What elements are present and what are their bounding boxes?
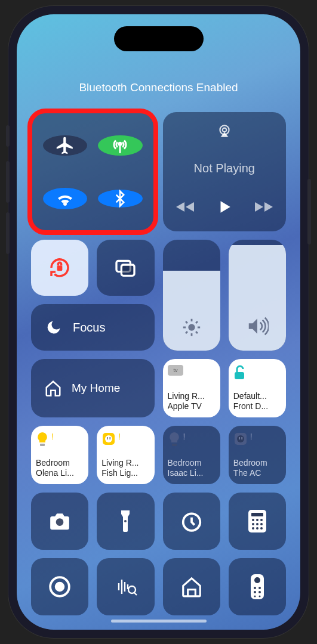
camera-button[interactable] [31,493,88,550]
brightness-slider[interactable] [163,240,220,351]
antenna-icon [110,135,130,156]
media-playback-group[interactable]: Not Playing [163,112,287,231]
outlet-off-icon [233,432,248,446]
svg-point-33 [260,527,263,530]
svg-point-26 [256,519,258,521]
calculator-icon [248,510,266,532]
rotation-lock-icon [47,255,72,280]
svg-rect-10 [40,444,45,446]
focus-label: Focus [73,321,105,335]
forward-icon[interactable] [254,200,274,214]
tile-sub: Apple TV [168,401,216,411]
camera-icon [48,510,71,532]
tile-label: Living R... [101,458,149,468]
airplay-icon[interactable] [217,123,232,138]
tile-label: Default... [233,391,281,401]
svg-point-38 [254,577,260,583]
home-app-button[interactable] [163,558,220,615]
timer-icon [180,510,203,532]
bulb-on-icon [36,432,49,447]
status-title: Bluetooth Connections Enabled [31,81,286,94]
svg-point-42 [258,591,261,593]
appletv-icon: tv [168,365,183,378]
svg-point-41 [254,591,256,593]
lock-open-icon [233,365,247,380]
airplane-icon [55,135,75,156]
remote-icon [251,574,264,599]
svg-point-20 [56,518,64,526]
focus-button[interactable]: Focus [31,304,155,351]
svg-point-36 [128,586,136,593]
screen-mirror-button[interactable] [97,240,154,296]
svg-point-29 [256,523,258,525]
tile-label: Living R... [168,391,216,401]
wifi-icon [54,188,76,209]
svg-point-40 [258,587,261,589]
rotation-lock-button[interactable] [31,240,88,296]
rewind-icon[interactable] [175,200,195,214]
wifi-button[interactable] [43,188,87,209]
tile-sub: Olena Li... [36,468,84,478]
airplane-mode-button[interactable] [43,135,87,156]
shazam-button[interactable] [97,558,154,615]
svg-point-35 [56,583,64,591]
tile-sub: Front D... [233,401,281,411]
home-tile-bedroom-the-ac[interactable]: ! Bedroom The AC [229,426,286,484]
bluetooth-button[interactable] [98,190,142,208]
brightness-icon [181,317,202,338]
screen-record-button[interactable] [31,558,88,615]
svg-rect-13 [107,437,108,439]
home-tile-living-room-fish-light[interactable]: ! Living R... Fish Lig... [97,426,154,484]
flashlight-button[interactable] [97,493,154,550]
media-title: Not Playing [194,162,255,175]
svg-rect-15 [172,444,177,446]
svg-point-32 [256,527,258,530]
svg-point-0 [119,143,121,145]
svg-point-25 [252,519,254,521]
svg-point-30 [260,523,263,525]
home-tile-bedroom-olena-light[interactable]: ! Bedroom Olena Li... [31,426,88,484]
tile-sub: Isaac Li... [168,468,216,478]
my-home-label: My Home [72,382,120,395]
bulb-off-icon [168,432,181,447]
tile-sub: Fish Lig... [101,468,149,478]
bluetooth-icon [111,190,129,208]
sound-search-icon [113,577,137,597]
home-tile-bedroom-isaac-light[interactable]: ! Bedroom Isaac Li... [163,426,220,484]
outlet-on-icon [101,432,116,446]
tile-label: Bedroom [233,458,281,468]
volume-slider[interactable] [229,240,286,351]
svg-point-31 [252,527,254,530]
svg-point-17 [237,435,244,442]
home-tile-default-front-door[interactable]: Default... Front D... [229,359,286,417]
home-icon [180,575,203,598]
play-icon[interactable] [217,198,232,216]
timer-button[interactable] [163,493,220,550]
apple-tv-remote-button[interactable] [229,558,286,615]
svg-point-6 [188,324,195,330]
house-icon [44,379,62,397]
svg-rect-3 [57,266,63,271]
svg-point-27 [260,519,263,521]
svg-point-12 [105,435,112,442]
svg-point-39 [254,587,256,589]
svg-point-43 [254,596,256,597]
connectivity-group[interactable] [31,112,155,231]
svg-rect-18 [239,437,240,439]
svg-point-44 [258,596,260,597]
svg-point-2 [223,128,227,132]
svg-rect-19 [241,437,242,439]
tile-label: Bedroom [36,458,84,468]
moon-icon [45,319,62,336]
calculator-button[interactable] [229,493,286,550]
record-icon [48,575,71,598]
my-home-button[interactable]: My Home [31,359,155,417]
svg-rect-14 [110,437,111,439]
svg-rect-24 [251,513,263,516]
home-indicator[interactable] [111,620,207,623]
home-tile-living-room-appletv[interactable]: tv Living R... Apple TV [163,359,220,417]
flashlight-icon [119,509,132,533]
cellular-data-button[interactable] [98,135,142,156]
volume-icon [246,315,269,338]
screen-mirror-icon [113,256,137,280]
